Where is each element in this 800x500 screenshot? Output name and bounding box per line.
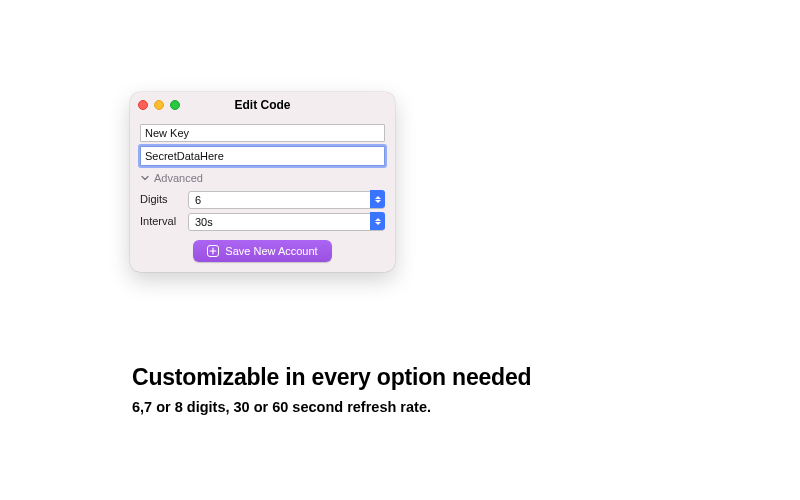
edit-code-window: Edit Code Advanced Digits Interval (130, 92, 395, 272)
window-close-button[interactable] (138, 100, 148, 110)
marketing-subhead: 6,7 or 8 digits, 30 or 60 second refresh… (132, 399, 740, 415)
digits-value[interactable] (188, 191, 385, 209)
window-minimize-button[interactable] (154, 100, 164, 110)
interval-stepper[interactable] (370, 212, 385, 230)
key-name-input[interactable] (140, 124, 385, 142)
window-titlebar[interactable]: Edit Code (130, 92, 395, 118)
chevron-down-icon (375, 222, 381, 225)
save-button-label: Save New Account (225, 245, 317, 257)
window-zoom-button[interactable] (170, 100, 180, 110)
chevron-up-icon (375, 196, 381, 199)
digits-select[interactable] (188, 190, 385, 208)
plus-in-square-icon (207, 245, 219, 257)
advanced-disclosure[interactable]: Advanced (140, 172, 385, 184)
marketing-copy: Customizable in every option needed 6,7 … (132, 364, 740, 415)
interval-label: Interval (140, 215, 182, 227)
interval-select[interactable] (188, 212, 385, 230)
chevron-down-icon (140, 173, 150, 183)
save-new-account-button[interactable]: Save New Account (193, 240, 331, 262)
secret-input[interactable] (140, 146, 385, 166)
digits-label: Digits (140, 193, 182, 205)
advanced-section: Digits Interval (140, 190, 385, 230)
advanced-label: Advanced (154, 172, 203, 184)
traffic-lights (138, 100, 180, 110)
chevron-up-icon (375, 218, 381, 221)
chevron-down-icon (375, 200, 381, 203)
window-body: Advanced Digits Interval (130, 118, 395, 272)
interval-value[interactable] (188, 213, 385, 231)
digits-stepper[interactable] (370, 190, 385, 208)
marketing-headline: Customizable in every option needed (132, 364, 740, 391)
